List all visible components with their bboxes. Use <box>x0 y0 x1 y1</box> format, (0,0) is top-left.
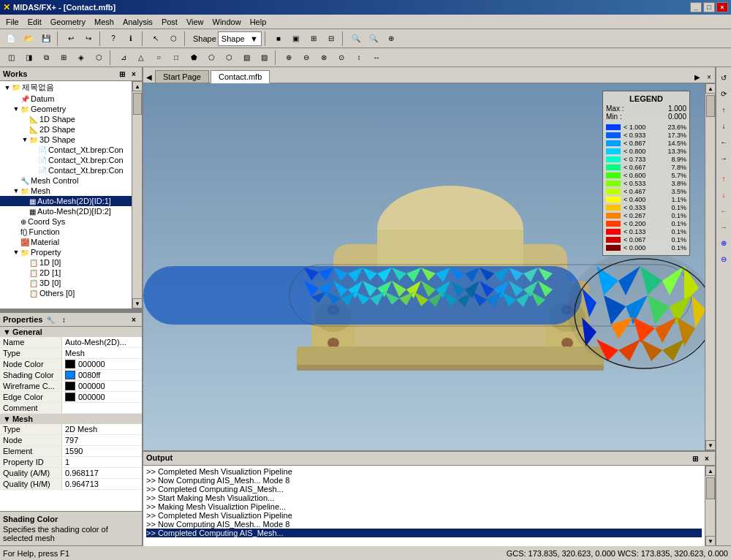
tree-scroll-up[interactable]: ▲ <box>132 81 142 91</box>
tree-item-prop3d[interactable]: 📋3D [0] <box>0 278 132 288</box>
color-swatch-5[interactable] <box>65 393 75 401</box>
tab-start-page[interactable]: Start Page <box>155 70 209 83</box>
viewport-scroll-thumb[interactable] <box>706 95 715 117</box>
tb-help[interactable]: ? <box>105 31 121 47</box>
tb-view4[interactable]: ⊟ <box>323 31 339 47</box>
viewport-scrollbar-v[interactable]: ▲ ▼ <box>705 83 715 450</box>
shape-dropdown[interactable]: Shape ▼ <box>218 31 262 46</box>
tb2-13[interactable]: ⬡ <box>221 50 237 66</box>
tree-item-automesh1[interactable]: ▦Auto-Mesh(2D)[ID:1] <box>0 196 132 206</box>
props-close[interactable]: × <box>129 314 139 325</box>
tb2-15[interactable]: ▨ <box>256 50 272 66</box>
tree-item-meshcontrol[interactable]: 🔧Mesh Control <box>0 175 132 186</box>
tree-item-material[interactable]: 🧱Material <box>0 237 132 247</box>
r3d-8[interactable]: ↓ <box>716 187 731 202</box>
viewport[interactable]: ↖ ↻ ✥ ⊕ ⊞ ⊟ ⬡ ⊤ ⊑ ◈ ◼ ◻ ▥ 📐 ✋ ⬜ <box>143 83 715 450</box>
output-float[interactable]: ⊞ <box>690 453 700 463</box>
menu-help[interactable]: Help <box>246 16 271 28</box>
prop-value-mesh-0[interactable]: 2D Mesh <box>62 424 142 434</box>
prop-value-general-5[interactable]: 000000 <box>62 392 142 402</box>
prop-value-general-2[interactable]: 000000 <box>62 359 142 369</box>
viewport-scroll-down[interactable]: ▼ <box>705 440 715 450</box>
tb-shape[interactable]: ⬡ <box>165 31 181 47</box>
tb-view3[interactable]: ⊞ <box>306 31 322 47</box>
viewport-scroll-up[interactable]: ▲ <box>705 83 715 94</box>
tb-save[interactable]: 💾 <box>38 31 54 47</box>
r3d-1[interactable]: ↺ <box>716 70 731 85</box>
tb2-2[interactable]: ◨ <box>20 50 37 66</box>
output-scrollbar[interactable]: ▲ ▼ <box>705 466 715 546</box>
works-close[interactable]: × <box>129 69 139 79</box>
menu-analysis[interactable]: Analysis <box>118 16 157 28</box>
tb-view2[interactable]: ▣ <box>288 31 304 47</box>
menu-file[interactable]: File <box>1 16 23 28</box>
tree-item-datum[interactable]: 📌Datum <box>0 94 132 104</box>
tb2-8[interactable]: △ <box>133 50 149 66</box>
tree-item-property[interactable]: ▼📁Property <box>0 247 132 257</box>
r3d-6[interactable]: → <box>716 151 731 165</box>
color-swatch-3[interactable] <box>65 371 75 379</box>
tb-cursor[interactable]: ↖ <box>148 31 164 47</box>
r3d-7[interactable]: ↑ <box>716 171 731 186</box>
restore-button[interactable]: □ <box>703 2 715 12</box>
r3d-3[interactable]: ↑ <box>716 102 731 117</box>
tb2-14[interactable]: ▧ <box>238 50 254 66</box>
tb-redo[interactable]: ↪ <box>80 31 96 47</box>
tree-scroll-down[interactable]: ▼ <box>132 298 142 309</box>
tree-expand-mesh[interactable]: ▼ <box>12 187 20 194</box>
tree-scroll-thumb[interactable] <box>133 93 142 115</box>
r3d-12[interactable]: ⊖ <box>716 251 731 266</box>
output-close[interactable]: × <box>702 453 712 463</box>
tb-info[interactable]: ℹ <box>123 31 139 47</box>
tree-item-prop1d[interactable]: 📋1D [0] <box>0 257 132 268</box>
r3d-5[interactable]: ← <box>716 135 731 149</box>
tree-item-geometry[interactable]: ▼📁Geometry <box>0 104 132 114</box>
prop-value-mesh-5[interactable]: 0.964713 <box>62 479 142 489</box>
tree-scrollbar[interactable]: ▲ ▼ <box>132 81 142 309</box>
props-icon2[interactable]: ↕ <box>58 314 69 325</box>
tab-close[interactable]: × <box>703 71 715 83</box>
tree-expand-property[interactable]: ▼ <box>12 249 20 256</box>
tb-zoom3[interactable]: ⊕ <box>383 31 399 47</box>
menu-post[interactable]: Post <box>157 16 182 28</box>
tb2-18[interactable]: ⊗ <box>316 50 332 66</box>
output-scroll-track[interactable] <box>705 476 715 536</box>
tree-expand-root[interactable]: ▼ <box>3 84 12 91</box>
tb2-4[interactable]: ⊞ <box>56 50 72 66</box>
prop-value-mesh-2[interactable]: 1590 <box>62 446 142 456</box>
prop-value-mesh-1[interactable]: 797 <box>62 435 142 445</box>
tree-item-propothers[interactable]: 📋Others [0] <box>0 288 132 298</box>
tab-nav-left[interactable]: ◀ <box>143 71 155 83</box>
output-scroll-up[interactable]: ▲ <box>705 466 716 476</box>
tree-item-3dshape[interactable]: ▼📁3D Shape <box>0 135 132 145</box>
tb-view1[interactable]: ■ <box>270 31 287 47</box>
tb2-6[interactable]: ⬡ <box>91 50 107 66</box>
close-button[interactable]: × <box>716 2 728 12</box>
r3d-9[interactable]: ← <box>716 203 731 218</box>
tb2-3[interactable]: ⧉ <box>38 50 54 66</box>
tb2-11[interactable]: ⬟ <box>186 50 202 66</box>
prop-value-mesh-4[interactable]: 0.968117 <box>62 468 142 478</box>
tb2-19[interactable]: ⊙ <box>333 50 349 66</box>
prop-value-general-3[interactable]: 0080ff <box>62 370 142 380</box>
props-icon1[interactable]: 🔧 <box>45 314 56 325</box>
tree-item-prop2d[interactable]: 📋2D [1] <box>0 268 132 278</box>
tree-item-coordsys[interactable]: ⊕Coord Sys <box>0 216 132 227</box>
output-scroll-down[interactable]: ▼ <box>705 536 716 546</box>
tree-scroll-track[interactable] <box>132 91 142 298</box>
prop-value-general-1[interactable]: Mesh <box>62 348 142 358</box>
tb2-10[interactable]: □ <box>168 50 184 66</box>
tb2-7[interactable]: ⊿ <box>115 50 132 66</box>
tree-expand-geometry[interactable]: ▼ <box>12 105 20 113</box>
prop-value-general-4[interactable]: 000000 <box>62 381 142 391</box>
r3d-10[interactable]: → <box>716 219 731 234</box>
tb-open[interactable]: 📂 <box>20 31 37 47</box>
tab-contact[interactable]: Contact.mfb <box>211 70 270 83</box>
prop-value-general-0[interactable]: Auto-Mesh(2D)... <box>62 337 142 347</box>
tab-nav-right[interactable]: ▶ <box>692 71 703 83</box>
output-scroll-thumb[interactable] <box>706 477 715 499</box>
menu-view[interactable]: View <box>182 16 208 28</box>
works-icon1[interactable]: ⊞ <box>117 69 127 79</box>
tb2-5[interactable]: ◈ <box>73 50 89 66</box>
tb2-16[interactable]: ⊕ <box>281 50 297 66</box>
